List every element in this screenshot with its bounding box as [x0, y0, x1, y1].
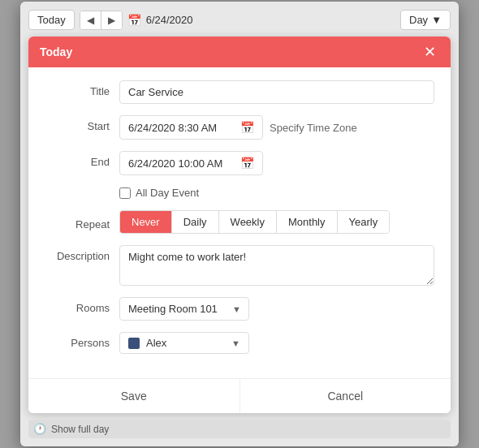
description-row: Description Might come to work later! — [45, 245, 434, 286]
end-row: End 📅 — [45, 151, 434, 175]
modal-body: Title Start 📅 Specify Time Zone End — [28, 67, 451, 378]
calendar-icon: 📅 — [127, 14, 141, 27]
view-arrow-icon: ▼ — [431, 14, 442, 26]
repeat-never-button[interactable]: Never — [120, 211, 172, 233]
today-button[interactable]: Today — [28, 10, 75, 30]
title-label: Title — [45, 80, 110, 97]
date-display: 📅 6/24/2020 — [127, 14, 193, 27]
end-calendar-button[interactable]: 📅 — [240, 157, 254, 170]
prev-arrow-button[interactable]: ◀ — [80, 11, 101, 29]
event-modal: Today ✕ Title Start 📅 Specify — [28, 37, 451, 413]
nav-arrows: ◀ ▶ — [80, 11, 123, 30]
repeat-daily-button[interactable]: Daily — [172, 211, 219, 233]
allday-checkbox[interactable] — [119, 187, 131, 199]
bottom-bar: 🕐 Show full day — [28, 420, 451, 438]
repeat-weekly-button[interactable]: Weekly — [219, 211, 277, 233]
start-datetime: 📅 — [119, 115, 263, 140]
modal-title: Today — [40, 45, 72, 58]
top-bar: Today ◀ ▶ 📅 6/24/2020 Day ▼ — [28, 10, 451, 30]
start-label: Start — [45, 115, 110, 132]
current-date: 6/24/2020 — [146, 14, 193, 26]
allday-label: All Day Event — [136, 187, 199, 199]
rooms-select[interactable]: Meeting Room 101 Meeting Room 102 Confer… — [119, 297, 249, 321]
modal-close-button[interactable]: ✕ — [421, 45, 439, 59]
title-row: Title — [45, 80, 434, 104]
description-label: Description — [45, 245, 110, 262]
title-input[interactable] — [119, 80, 434, 104]
rooms-label: Rooms — [45, 297, 110, 314]
rooms-content: Meeting Room 101 Meeting Room 102 Confer… — [119, 297, 434, 321]
person-select[interactable]: Alex ▼ — [119, 332, 249, 354]
end-content: 📅 — [119, 151, 434, 175]
clock-icon: 🕐 — [33, 423, 46, 435]
modal-footer: Save Cancel — [28, 378, 451, 413]
show-full-day-label[interactable]: Show full day — [51, 424, 109, 435]
start-datetime-input[interactable] — [128, 122, 234, 134]
cancel-button[interactable]: Cancel — [240, 379, 451, 413]
start-row: Start 📅 Specify Time Zone — [45, 115, 434, 140]
repeat-yearly-button[interactable]: Yearly — [338, 211, 390, 233]
timezone-link[interactable]: Specify Time Zone — [270, 122, 357, 134]
outer-container: Today ◀ ▶ 📅 6/24/2020 Day ▼ Today ✕ Titl… — [20, 2, 459, 446]
repeat-buttons: Never Daily Weekly Monthly Yearly — [119, 210, 390, 234]
rooms-row: Rooms Meeting Room 101 Meeting Room 102 … — [45, 297, 434, 321]
repeat-label: Repeat — [45, 213, 110, 230]
allday-row: All Day Event — [119, 187, 434, 199]
title-content — [119, 80, 434, 104]
persons-row: Persons Alex ▼ — [45, 332, 434, 354]
repeat-row: Repeat Never Daily Weekly Monthly Yearly — [45, 210, 434, 234]
description-textarea[interactable]: Might come to work later! — [119, 245, 434, 286]
persons-content: Alex ▼ — [119, 332, 434, 354]
end-label: End — [45, 151, 110, 168]
person-dropdown-arrow-icon: ▼ — [231, 338, 240, 348]
start-calendar-button[interactable]: 📅 — [240, 121, 254, 134]
person-color-swatch — [128, 338, 140, 349]
view-label: Day — [409, 14, 428, 26]
start-content: 📅 Specify Time Zone — [119, 115, 434, 140]
end-datetime: 📅 — [119, 151, 263, 175]
description-content: Might come to work later! — [119, 245, 434, 286]
repeat-monthly-button[interactable]: Monthly — [277, 211, 338, 233]
view-selector[interactable]: Day ▼ — [400, 10, 451, 30]
rooms-select-wrapper: Meeting Room 101 Meeting Room 102 Confer… — [119, 297, 249, 321]
end-datetime-input[interactable] — [128, 157, 234, 170]
persons-label: Persons — [45, 332, 110, 349]
person-name: Alex — [146, 337, 225, 349]
next-arrow-button[interactable]: ▶ — [101, 11, 122, 29]
save-button[interactable]: Save — [28, 379, 240, 413]
modal-header: Today ✕ — [28, 37, 451, 67]
